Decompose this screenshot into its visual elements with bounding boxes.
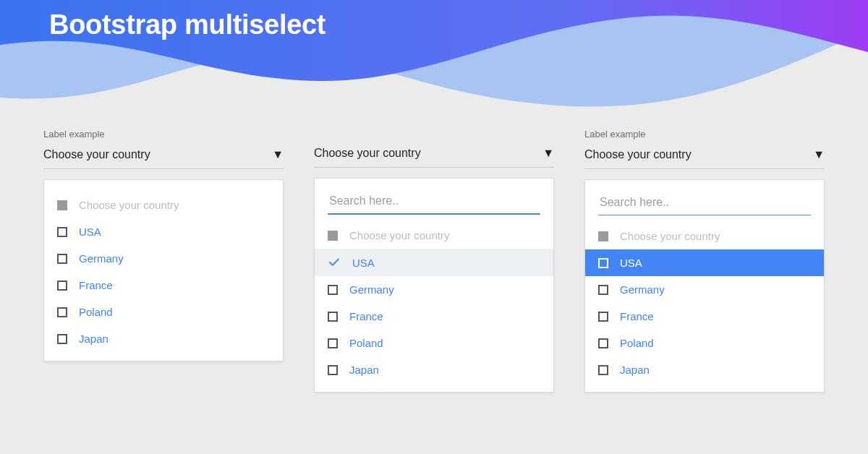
- option-header: Choose your country: [585, 223, 824, 249]
- option-label: Japan: [620, 364, 650, 376]
- multiselect-search-active: Label example Choose your country ▼ Choo…: [584, 129, 825, 393]
- option-item[interactable]: Germany: [44, 245, 283, 272]
- checkbox-icon: [328, 312, 338, 322]
- checkbox-icon: [328, 338, 338, 348]
- option-list: USAGermanyFrancePolandJapan: [44, 218, 283, 352]
- checkbox-icon: [328, 365, 338, 375]
- option-label: Choose your country: [79, 199, 179, 211]
- checkbox-icon: [57, 254, 67, 264]
- option-item[interactable]: France: [44, 272, 283, 299]
- option-list: USAGermanyFrancePolandJapan: [315, 249, 553, 383]
- option-item[interactable]: Poland: [315, 330, 553, 356]
- checkbox-icon: [328, 231, 338, 241]
- option-label: USA: [620, 257, 642, 269]
- caret-down-icon: ▼: [272, 148, 284, 161]
- option-label: Choose your country: [349, 229, 449, 241]
- dropdown-panel: Choose your country USAGermanyFrancePola…: [314, 178, 554, 393]
- page-title: Bootstrap multiselect: [49, 10, 326, 40]
- checkbox-icon: [598, 231, 608, 241]
- option-label: Japan: [349, 364, 379, 376]
- checkbox-icon: [598, 365, 608, 375]
- option-item[interactable]: France: [585, 303, 824, 330]
- caret-down-icon: ▼: [813, 148, 825, 161]
- option-header: Choose your country: [44, 192, 283, 218]
- checkbox-icon: [57, 200, 67, 210]
- select-trigger[interactable]: Choose your country ▼: [584, 145, 825, 169]
- search-wrap: [585, 192, 824, 223]
- checkbox-icon: [598, 338, 608, 348]
- option-header: Choose your country: [315, 222, 553, 249]
- option-item[interactable]: Poland: [585, 330, 824, 356]
- option-label: Germany: [79, 252, 124, 265]
- option-item[interactable]: Japan: [44, 325, 283, 352]
- option-item[interactable]: USA: [44, 218, 283, 245]
- option-label: Germany: [620, 283, 665, 296]
- search-input[interactable]: [328, 190, 540, 215]
- option-item[interactable]: Germany: [585, 276, 824, 303]
- checkbox-icon: [328, 285, 338, 295]
- checkbox-icon: [57, 227, 67, 237]
- option-item[interactable]: Poland: [44, 299, 283, 325]
- option-item[interactable]: France: [315, 303, 553, 330]
- select-value: Choose your country: [43, 148, 150, 161]
- select-value: Choose your country: [584, 148, 692, 161]
- option-item[interactable]: USA: [585, 249, 824, 276]
- select-trigger[interactable]: Choose your country ▼: [43, 145, 284, 169]
- option-label: USA: [79, 226, 101, 238]
- checkbox-icon: [57, 307, 67, 317]
- dropdown-panel: Choose your country USAGermanyFrancePola…: [584, 179, 825, 393]
- checkbox-icon: [598, 312, 608, 322]
- dropdown-panel: Choose your country USAGermanyFrancePola…: [43, 179, 284, 361]
- checkbox-icon: [57, 280, 67, 291]
- option-label: Poland: [79, 306, 113, 318]
- multiselect-basic: Label example Choose your country ▼ Choo…: [43, 129, 284, 393]
- search-wrap: [315, 190, 553, 222]
- option-label: France: [349, 310, 383, 322]
- select-trigger[interactable]: Choose your country ▼: [314, 144, 554, 168]
- option-label: Japan: [79, 333, 109, 345]
- select-value: Choose your country: [314, 147, 421, 160]
- option-label: France: [79, 279, 113, 291]
- checkbox-icon: [598, 285, 608, 295]
- field-label: Label example: [584, 129, 825, 140]
- caret-down-icon: ▼: [542, 147, 554, 160]
- option-label: Germany: [349, 283, 394, 296]
- option-label: Choose your country: [620, 230, 720, 242]
- option-list: USAGermanyFrancePolandJapan: [585, 249, 824, 383]
- option-item[interactable]: USA: [315, 249, 553, 276]
- check-icon: [328, 256, 341, 269]
- option-label: Poland: [349, 337, 383, 349]
- search-input[interactable]: [598, 192, 811, 215]
- option-label: France: [620, 310, 654, 322]
- columns: Label example Choose your country ▼ Choo…: [43, 129, 825, 393]
- multiselect-search-check: Choose your country ▼ Choose your countr…: [314, 129, 554, 393]
- option-item[interactable]: Germany: [315, 276, 553, 303]
- checkbox-icon: [57, 334, 67, 344]
- option-label: USA: [352, 257, 375, 269]
- option-item[interactable]: Japan: [315, 356, 553, 383]
- field-label: Label example: [43, 129, 284, 140]
- option-label: Poland: [620, 337, 654, 349]
- option-item[interactable]: Japan: [585, 356, 824, 383]
- checkbox-icon: [598, 258, 608, 268]
